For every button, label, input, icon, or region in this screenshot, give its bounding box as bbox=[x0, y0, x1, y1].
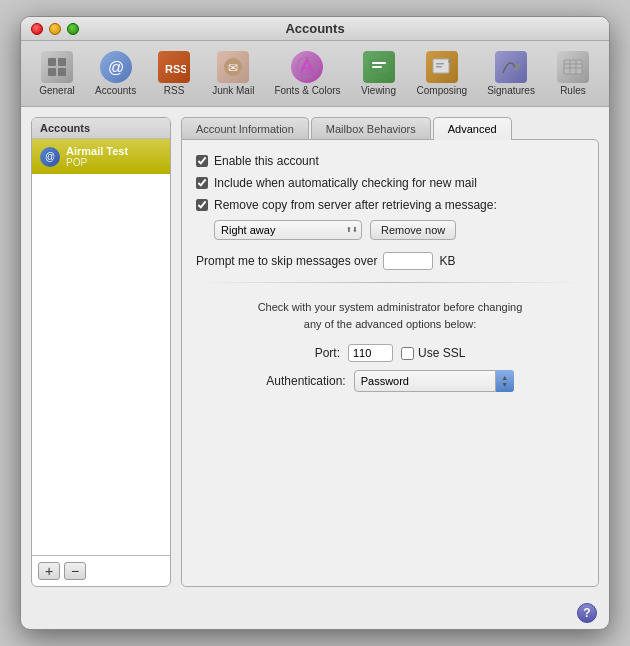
svg-rect-3 bbox=[58, 68, 66, 76]
toolbar: General @ Accounts RSS RSS ✉ bbox=[21, 41, 609, 107]
prompt-input[interactable] bbox=[383, 252, 433, 270]
enable-account-label: Enable this account bbox=[214, 154, 319, 168]
prompt-unit: KB bbox=[439, 254, 455, 268]
svg-rect-1 bbox=[58, 58, 66, 66]
svg-text:@: @ bbox=[108, 59, 124, 76]
traffic-lights bbox=[31, 23, 79, 35]
svg-rect-15 bbox=[436, 66, 442, 68]
signatures-icon bbox=[495, 51, 527, 83]
toolbar-item-rss[interactable]: RSS RSS bbox=[148, 47, 200, 100]
enable-account-row: Enable this account bbox=[196, 154, 584, 168]
include-checking-row: Include when automatically checking for … bbox=[196, 176, 584, 190]
content-area: Accounts @ Airmail Test POP + − bbox=[21, 107, 609, 597]
svg-text:✉: ✉ bbox=[228, 61, 238, 75]
general-icon bbox=[41, 51, 73, 83]
admin-note: Check with your system administrator bef… bbox=[196, 295, 584, 336]
minimize-button[interactable] bbox=[49, 23, 61, 35]
toolbar-label-rss: RSS bbox=[164, 85, 185, 96]
rss-icon: RSS bbox=[158, 51, 190, 83]
close-button[interactable] bbox=[31, 23, 43, 35]
remove-timing-row: Right away After one week After one mont… bbox=[214, 220, 584, 240]
add-account-button[interactable]: + bbox=[38, 562, 60, 580]
toolbar-item-rules[interactable]: Rules bbox=[547, 47, 599, 100]
prompt-label: Prompt me to skip messages over bbox=[196, 254, 377, 268]
svg-rect-10 bbox=[372, 62, 386, 64]
toolbar-item-fonts-colors[interactable]: Fonts & Colors bbox=[266, 47, 348, 100]
toolbar-label-rules: Rules bbox=[560, 85, 586, 96]
maximize-button[interactable] bbox=[67, 23, 79, 35]
auth-select-wrapper: Password MD5 Challenge-Response NTLM Ker… bbox=[354, 370, 514, 392]
toolbar-item-accounts[interactable]: @ Accounts bbox=[87, 47, 144, 100]
sidebar-item-airmail[interactable]: @ Airmail Test POP bbox=[32, 139, 170, 174]
main-panel: Account Information Mailbox Behaviors Ad… bbox=[181, 117, 599, 587]
remove-now-button[interactable]: Remove now bbox=[370, 220, 456, 240]
include-checking-label: Include when automatically checking for … bbox=[214, 176, 477, 190]
svg-rect-16 bbox=[564, 60, 582, 74]
fonts-colors-icon bbox=[291, 51, 323, 83]
auth-select[interactable]: Password MD5 Challenge-Response NTLM Ker… bbox=[354, 370, 514, 392]
remove-copy-label: Remove copy from server after retrieving… bbox=[214, 198, 497, 212]
ssl-checkbox[interactable] bbox=[401, 347, 414, 360]
sidebar-item-text: Airmail Test POP bbox=[66, 145, 128, 168]
svg-text:RSS: RSS bbox=[165, 63, 186, 75]
tab-account-information[interactable]: Account Information bbox=[181, 117, 309, 140]
auth-label: Authentication: bbox=[266, 374, 345, 388]
toolbar-item-signatures[interactable]: Signatures bbox=[479, 47, 543, 100]
toolbar-item-junk-mail[interactable]: ✉ Junk Mail bbox=[204, 47, 262, 100]
remove-timing-select[interactable]: Right away After one week After one mont… bbox=[214, 220, 362, 240]
bottom-bar: ? bbox=[21, 597, 609, 629]
tab-mailbox-behaviors[interactable]: Mailbox Behaviors bbox=[311, 117, 431, 140]
sidebar-list: @ Airmail Test POP bbox=[32, 139, 170, 555]
remove-account-button[interactable]: − bbox=[64, 562, 86, 580]
account-name: Airmail Test bbox=[66, 145, 128, 157]
toolbar-item-viewing[interactable]: Viewing bbox=[353, 47, 405, 100]
remove-copy-checkbox[interactable] bbox=[196, 199, 208, 211]
toolbar-label-accounts: Accounts bbox=[95, 85, 136, 96]
port-row: Port: Use SSL bbox=[196, 344, 584, 362]
toolbar-label-composing: Composing bbox=[417, 85, 468, 96]
toolbar-item-composing[interactable]: Composing bbox=[409, 47, 476, 100]
help-button[interactable]: ? bbox=[577, 603, 597, 623]
title-bar: Accounts bbox=[21, 17, 609, 41]
accounts-window: Accounts General @ Accounts bbox=[20, 16, 610, 630]
rules-icon bbox=[557, 51, 589, 83]
svg-rect-2 bbox=[48, 68, 56, 76]
composing-icon bbox=[426, 51, 458, 83]
auth-row: Authentication: Password MD5 Challenge-R… bbox=[196, 370, 584, 392]
remove-copy-row: Remove copy from server after retrieving… bbox=[196, 198, 584, 212]
tabs: Account Information Mailbox Behaviors Ad… bbox=[181, 117, 599, 140]
toolbar-label-junk-mail: Junk Mail bbox=[212, 85, 254, 96]
svg-rect-14 bbox=[436, 63, 444, 65]
toolbar-label-fonts-colors: Fonts & Colors bbox=[274, 85, 340, 96]
port-label: Port: bbox=[315, 346, 340, 360]
prompt-row: Prompt me to skip messages over KB bbox=[196, 252, 584, 270]
sidebar-header: Accounts bbox=[32, 118, 170, 139]
viewing-icon bbox=[363, 51, 395, 83]
toolbar-label-signatures: Signatures bbox=[487, 85, 535, 96]
account-icon: @ bbox=[40, 147, 60, 167]
toolbar-item-general[interactable]: General bbox=[31, 47, 83, 100]
port-input[interactable] bbox=[348, 344, 393, 362]
enable-account-checkbox[interactable] bbox=[196, 155, 208, 167]
advanced-panel: Enable this account Include when automat… bbox=[181, 139, 599, 587]
toolbar-label-viewing: Viewing bbox=[361, 85, 396, 96]
tab-advanced[interactable]: Advanced bbox=[433, 117, 512, 140]
remove-timing-select-wrapper: Right away After one week After one mont… bbox=[214, 220, 362, 240]
ssl-row: Use SSL bbox=[401, 346, 465, 360]
account-type: POP bbox=[66, 157, 128, 168]
ssl-label: Use SSL bbox=[418, 346, 465, 360]
toolbar-label-general: General bbox=[39, 85, 75, 96]
svg-rect-0 bbox=[48, 58, 56, 66]
window-title: Accounts bbox=[285, 21, 344, 36]
svg-rect-11 bbox=[372, 66, 382, 68]
sidebar-footer: + − bbox=[32, 555, 170, 586]
accounts-icon: @ bbox=[100, 51, 132, 83]
junk-mail-icon: ✉ bbox=[217, 51, 249, 83]
sidebar: Accounts @ Airmail Test POP + − bbox=[31, 117, 171, 587]
divider bbox=[196, 282, 584, 283]
include-checking-checkbox[interactable] bbox=[196, 177, 208, 189]
